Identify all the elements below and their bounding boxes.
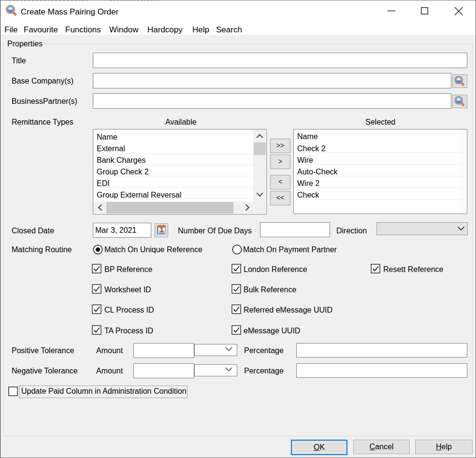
svg-text:1: 1 <box>160 226 163 233</box>
